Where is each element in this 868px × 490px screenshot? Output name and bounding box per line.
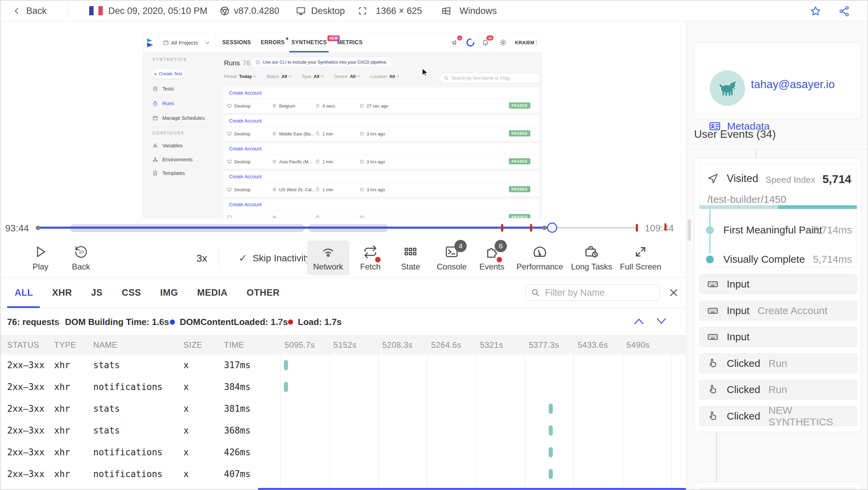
run-desktop-cell: Desktop <box>227 99 251 113</box>
tool-label: Performance <box>516 262 563 272</box>
active-tab-underline <box>289 51 329 52</box>
share-button[interactable] <box>838 5 850 17</box>
filter-status: StatusAll <box>267 74 291 79</box>
status-badge: PASSED <box>509 158 530 164</box>
play-button[interactable]: Play <box>19 241 62 275</box>
cli-banner: Use our CLI to include your Synthetics i… <box>251 56 392 68</box>
network-request-row[interactable]: 2xx–3xxxhrnotificationsx384ms <box>0 376 686 398</box>
check-icon: ✓ <box>239 252 247 264</box>
divider <box>68 4 68 17</box>
info-icon <box>256 60 260 65</box>
chevron-down-icon <box>321 75 324 78</box>
run-detail-row: DesktopUS West (N. Cal...1 min3 hrs agoP… <box>223 182 539 197</box>
visited-label: Visited <box>727 173 758 185</box>
run-name-link: Create Account <box>223 199 539 210</box>
run-row: Create AccountDesktopUS West (N. Cal...1… <box>223 171 539 197</box>
connector <box>756 149 756 158</box>
next-event-button[interactable] <box>655 317 668 326</box>
skip-inactivity-toggle[interactable]: ✓ Skip Inactivity <box>239 239 311 278</box>
tool-events[interactable]: Events6 <box>471 241 513 275</box>
sidebar-item-label: Runs <box>162 101 174 106</box>
event-action: Clicked <box>727 384 760 395</box>
run-stopwatch-cell <box>315 210 322 218</box>
tool-long-tasks[interactable]: Long Tasks <box>570 241 613 275</box>
network-tab-media[interactable]: MEDIA <box>197 278 228 308</box>
sidebar-item-manage-schedules: Manage Schedules <box>152 113 205 123</box>
sidebar-section-configure: CONFIGURE <box>152 131 185 135</box>
calendar-icon <box>152 115 158 121</box>
tab-errors: ERRORS <box>261 33 285 52</box>
network-requests-table: STATUSTYPENAMESIZETIME5095.7s5152s5208.3… <box>0 336 686 490</box>
scrollbar-thumb[interactable] <box>688 219 691 241</box>
network-request-row[interactable]: 2xx–3xxxhrstatsx317ms <box>0 354 686 376</box>
network-request-row[interactable]: 2xx–3xxxhrstatsx381ms <box>0 398 686 420</box>
tool-fetch[interactable]: Fetch <box>349 241 391 275</box>
stopwatch-icon <box>315 131 320 136</box>
network-tab-all[interactable]: ALL <box>15 278 33 308</box>
load-time: Load: 1.7s <box>288 309 342 335</box>
stopwatch-icon <box>315 215 320 218</box>
network-filter-input[interactable] <box>544 287 646 298</box>
time-column-header: 5490s <box>627 336 650 354</box>
cell-type: xhr <box>54 376 70 398</box>
visited-event-card[interactable]: Visited Speed Index 5,714 /test-builder/… <box>699 163 857 267</box>
pointer-icon <box>707 384 719 395</box>
windows-icon <box>441 6 451 16</box>
cell-type: xhr <box>54 420 70 441</box>
visit-metric: Visually Complete5,714ms <box>700 252 857 266</box>
playback-timeline[interactable] <box>38 218 640 239</box>
tool-count-badge: 6 <box>495 240 507 252</box>
cell-time: 426ms <box>224 441 251 463</box>
clock-icon <box>359 159 364 164</box>
speed-toggle[interactable]: 3x <box>196 239 207 278</box>
fetch-icon <box>363 245 377 259</box>
event-item-clicked[interactable]: ClickedRun <box>699 380 857 399</box>
status-badge: PASSED <box>509 130 530 136</box>
tool-network[interactable]: Network <box>307 241 349 275</box>
network-request-row[interactable]: 2xx–3xxxhrstatsx368ms <box>0 420 686 441</box>
tool-alert-dot <box>375 257 381 262</box>
device-label: Desktop <box>311 0 345 21</box>
speed-index-value: 5,714 <box>822 173 851 186</box>
event-item-input[interactable]: Input <box>699 274 857 294</box>
network-tab-xhr[interactable]: XHR <box>52 278 72 308</box>
event-item-input[interactable]: Input <box>699 327 857 347</box>
back-button[interactable]: Back <box>13 0 47 21</box>
run-detail-row: PASSED <box>223 210 539 218</box>
back-10s-button[interactable]: 10 Back <box>60 241 102 275</box>
network-request-row[interactable]: 2xx–3xxxhrnotificationsx407ms <box>0 463 686 485</box>
close-panel-button[interactable] <box>669 288 679 298</box>
tab-sessions: SESSIONS <box>222 33 251 52</box>
network-tab-css[interactable]: CSS <box>122 278 141 308</box>
event-item-input[interactable]: InputCreate Account <box>699 301 857 321</box>
prev-event-button[interactable] <box>633 317 645 326</box>
cell-size: x <box>183 463 189 485</box>
tool-full-screen[interactable]: Full Screen <box>620 241 662 275</box>
event-item-clicked[interactable]: ClickedRun <box>699 354 857 373</box>
player-controls: Play 10 Back 3x ✓ Skip Inactivity Networ… <box>0 239 686 278</box>
network-tab-img[interactable]: IMG <box>160 278 178 308</box>
total-time-label: 109:44 <box>645 218 674 239</box>
network-tab-js[interactable]: JS <box>91 278 103 308</box>
time-column-header: 5152s <box>334 336 357 354</box>
run-pin-cell: Asia Pacific (M... <box>272 154 312 169</box>
tool-console[interactable]: Console4 <box>431 241 473 275</box>
sidebar-item-runs: Runs <box>152 99 174 108</box>
cell-time: 384ms <box>224 376 251 398</box>
create-test-button: + Create Test <box>151 68 185 79</box>
tool-state[interactable]: State <box>389 241 432 275</box>
user-card: tahay@asayer.io Metadata <box>694 42 861 119</box>
event-dot <box>542 226 547 230</box>
network-tab-other[interactable]: OTHER <box>247 278 280 308</box>
favorite-star-button[interactable] <box>810 5 821 17</box>
request-timing-bar <box>284 382 288 392</box>
session-timestamp: Dec 09, 2020, 05:10 PM <box>108 0 207 21</box>
network-request-row[interactable]: 2xx–3xxxhrnotificationsx426ms <box>0 441 686 463</box>
playhead-handle[interactable] <box>547 223 557 233</box>
kebab-menu-icon: ⋮ <box>533 33 539 52</box>
cell-size: x <box>183 398 189 420</box>
tool-performance[interactable]: Performance <box>519 241 561 275</box>
event-item-clicked[interactable]: ClickedNEW SYNTHETICS <box>699 406 857 426</box>
clock-icon <box>359 131 364 136</box>
event-action: Clicked <box>727 358 760 369</box>
